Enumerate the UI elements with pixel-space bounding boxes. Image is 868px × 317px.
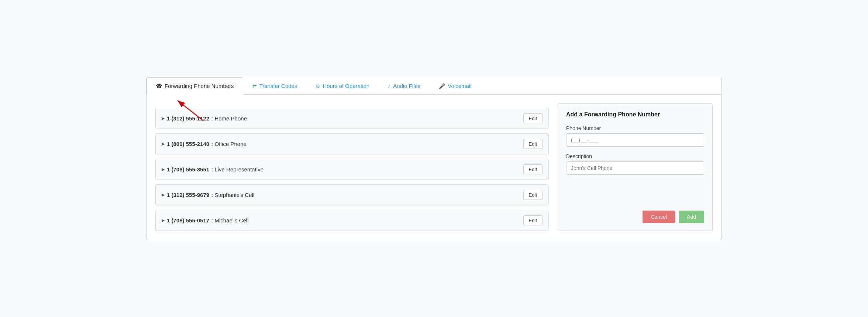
tab-hours[interactable]: ⊙ Hours of Operation xyxy=(306,77,379,94)
tab-voicemail[interactable]: 🎤 Voicemail xyxy=(430,77,480,94)
description-group: Description xyxy=(566,153,704,175)
phone-item: ▶ 1 (708) 555-3551 : Live Representative… xyxy=(155,159,549,180)
phone-number: 1 (708) 555-0517 xyxy=(167,217,209,224)
tab-voicemail-label: Voicemail xyxy=(448,83,471,89)
phone-desc: : Michael's Cell xyxy=(211,217,248,224)
expand-icon: ▶ xyxy=(162,142,165,146)
cancel-button[interactable]: Cancel xyxy=(643,211,675,223)
tab-forwarding[interactable]: ☎ Forwarding Phone Numbers xyxy=(147,77,243,95)
tab-transfer[interactable]: ⇄ Transfer Codes xyxy=(243,77,307,94)
phone-item-left: ▶ 1 (312) 555-9679 : Stephanie's Cell xyxy=(162,192,254,198)
tab-forwarding-label: Forwarding Phone Numbers xyxy=(165,83,234,89)
tab-bar: ☎ Forwarding Phone Numbers ⇄ Transfer Co… xyxy=(147,77,721,95)
edit-button-0[interactable]: Edit xyxy=(523,113,542,123)
phone-list-panel: ▶ 1 (312) 555-1122 : Home Phone Edit ▶ 1… xyxy=(155,103,549,231)
phone-number: 1 (312) 555-9679 xyxy=(167,192,209,198)
phone-number-label: Phone Number xyxy=(566,125,704,131)
phone-item-left: ▶ 1 (708) 555-0517 : Michael's Cell xyxy=(162,217,249,224)
phone-item: ▶ 1 (800) 555-2140 : Office Phone Edit xyxy=(155,133,549,154)
phone-item-left: ▶ 1 (800) 555-2140 : Office Phone xyxy=(162,141,247,147)
add-form-panel: Add a Forwarding Phone Number Phone Numb… xyxy=(558,103,713,231)
edit-button-2[interactable]: Edit xyxy=(523,164,542,174)
phone-number: 1 (708) 555-3551 xyxy=(167,166,209,173)
content-area: ▶ 1 (312) 555-1122 : Home Phone Edit ▶ 1… xyxy=(147,95,721,240)
clock-icon: ⊙ xyxy=(316,83,320,89)
expand-icon: ▶ xyxy=(162,192,165,197)
edit-button-4[interactable]: Edit xyxy=(523,215,542,225)
phone-number: 1 (800) 555-2140 xyxy=(167,141,209,147)
music-icon: ♪ xyxy=(388,83,390,89)
tab-hours-label: Hours of Operation xyxy=(323,83,369,89)
phone-item: ▶ 1 (312) 555-9679 : Stephanie's Cell Ed… xyxy=(155,184,549,205)
phone-desc: : Live Representative xyxy=(211,166,264,173)
tab-transfer-label: Transfer Codes xyxy=(259,83,297,89)
phone-number: 1 (312) 555-1122 xyxy=(167,115,209,122)
phone-item: ▶ 1 (312) 555-1122 : Home Phone Edit xyxy=(155,108,549,129)
phone-icon: ☎ xyxy=(156,83,162,89)
tab-audio-label: Audio Files xyxy=(393,83,420,89)
tab-audio[interactable]: ♪ Audio Files xyxy=(379,77,430,94)
phone-number-group: Phone Number xyxy=(566,125,704,147)
add-button[interactable]: Add xyxy=(679,211,704,223)
phone-desc: : Office Phone xyxy=(211,141,247,147)
edit-button-3[interactable]: Edit xyxy=(523,190,542,200)
phone-item-left: ▶ 1 (708) 555-3551 : Live Representative xyxy=(162,166,264,173)
transfer-icon: ⇄ xyxy=(252,83,257,89)
form-actions: Cancel Add xyxy=(566,205,704,223)
expand-icon: ▶ xyxy=(162,167,165,172)
edit-button-1[interactable]: Edit xyxy=(523,139,542,149)
description-input[interactable] xyxy=(566,161,704,175)
form-title: Add a Forwarding Phone Number xyxy=(566,111,704,118)
mic-icon: 🎤 xyxy=(439,83,445,89)
phone-item: ▶ 1 (708) 555-0517 : Michael's Cell Edit xyxy=(155,210,549,231)
description-label: Description xyxy=(566,153,704,159)
expand-icon: ▶ xyxy=(162,218,165,223)
expand-icon: ▶ xyxy=(162,116,165,121)
phone-number-input[interactable] xyxy=(566,133,704,147)
phone-item-left: ▶ 1 (312) 555-1122 : Home Phone xyxy=(162,115,247,122)
phone-desc: : Stephanie's Cell xyxy=(211,192,254,198)
main-container: ☎ Forwarding Phone Numbers ⇄ Transfer Co… xyxy=(146,77,722,240)
phone-desc: : Home Phone xyxy=(211,115,247,122)
